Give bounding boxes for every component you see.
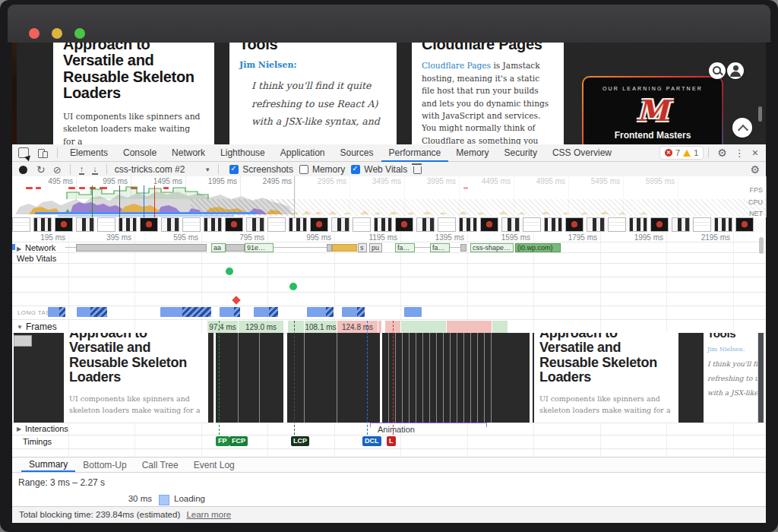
- tab-memory[interactable]: Memory: [448, 144, 496, 162]
- tab-css-overview[interactable]: CSS Overview: [545, 144, 619, 162]
- network-request[interactable]: (i0.wp.com): [515, 243, 561, 252]
- long-task-bar[interactable]: [254, 307, 278, 317]
- console-issues-badge[interactable]: ✕ 7 1: [659, 146, 704, 160]
- lcp-marker[interactable]: LCP: [291, 436, 309, 446]
- filmstrip-thumbnail[interactable]: [161, 217, 179, 232]
- settings-gear-icon[interactable]: ⚙: [717, 147, 727, 158]
- network-request[interactable]: pu: [369, 243, 382, 252]
- network-request-bar[interactable]: [76, 244, 207, 252]
- filmstrip-thumbnail[interactable]: [501, 217, 520, 232]
- network-disclosure-icon[interactable]: ▶: [17, 245, 21, 252]
- network-request[interactable]: s: [358, 243, 367, 252]
- filmstrip-thumbnail[interactable]: [714, 217, 732, 232]
- filmstrip-thumbnail[interactable]: [204, 217, 222, 232]
- long-task-bar[interactable]: [220, 307, 240, 317]
- tab-performance[interactable]: Performance: [381, 144, 449, 162]
- filmstrip-thumbnail[interactable]: [331, 217, 349, 232]
- tab-lighthouse[interactable]: Lighthouse: [213, 144, 273, 162]
- reload-and-record-icon[interactable]: ↻: [36, 164, 46, 175]
- long-task-bar[interactable]: [160, 307, 211, 317]
- filmstrip-thumbnail[interactable]: [182, 217, 201, 232]
- article-card-tools[interactable]: Tools Jim Nielsen: I think you'll find i…: [229, 43, 397, 144]
- network-request-bar[interactable]: [327, 244, 332, 252]
- web-vitals-marker-good[interactable]: [226, 268, 233, 275]
- article-card-skeleton-loaders[interactable]: Approach to Versatile and Reusable Skele…: [53, 43, 214, 144]
- frame-duration[interactable]: 108.1 ms: [304, 321, 337, 333]
- maximize-traffic-light[interactable]: [74, 28, 85, 39]
- long-task-bar[interactable]: [77, 307, 107, 317]
- search-button[interactable]: [709, 62, 726, 79]
- long-task-bar[interactable]: [404, 307, 422, 317]
- memory-checkbox-label[interactable]: Memory: [312, 164, 345, 175]
- frames-disclosure-icon[interactable]: ▼: [17, 324, 23, 331]
- frame-screenshot[interactable]: [382, 333, 530, 423]
- save-profile-icon[interactable]: ↓: [92, 164, 98, 175]
- filmstrip-thumbnail[interactable]: [544, 217, 562, 232]
- screenshots-checkbox-label[interactable]: Screenshots: [242, 164, 293, 175]
- filmstrip-thumbnail[interactable]: [480, 217, 498, 232]
- screenshots-checkbox[interactable]: ✓: [229, 165, 239, 174]
- tab-bottom-up[interactable]: Bottom-Up: [75, 458, 134, 472]
- overview-unselected-region[interactable]: [294, 176, 767, 217]
- filmstrip-thumbnail[interactable]: [565, 217, 584, 232]
- network-request-bar[interactable]: [460, 244, 466, 252]
- kebab-menu-icon[interactable]: ⋮: [735, 148, 745, 158]
- filmstrip-thumbnail[interactable]: [246, 217, 264, 232]
- account-button[interactable]: [727, 62, 744, 79]
- profile-select[interactable]: css-tricks.com #2 ▼: [115, 164, 211, 175]
- tab-console[interactable]: Console: [115, 144, 164, 162]
- frontend-masters-ad[interactable]: OUR LEARNING PARTNER M Frontend Masters: [582, 76, 723, 144]
- web-vitals-track-label[interactable]: Web Vitals: [17, 254, 56, 263]
- filmstrip-thumbnail[interactable]: [289, 217, 307, 232]
- filmstrip-thumbnail[interactable]: [629, 217, 647, 232]
- frame-duration[interactable]: 124.8 ms: [337, 321, 378, 333]
- fcp-marker[interactable]: FCP: [229, 436, 248, 446]
- frame-screenshot[interactable]: [287, 333, 380, 423]
- screenshot-filmstrip[interactable]: [12, 217, 766, 233]
- network-request-bar-yellow[interactable]: [332, 244, 357, 252]
- scroll-to-top-button[interactable]: [732, 118, 752, 138]
- article-author-link[interactable]: Jim Nielsen:: [239, 60, 387, 70]
- page-scrollbar-thumb[interactable]: [758, 106, 762, 122]
- tab-sources[interactable]: Sources: [333, 144, 381, 162]
- network-request[interactable]: fa…: [395, 243, 415, 252]
- tab-security[interactable]: Security: [497, 144, 545, 162]
- web-vitals-checkbox-label[interactable]: Web Vitals: [364, 164, 407, 175]
- filmstrip-thumbnail[interactable]: [438, 217, 456, 232]
- filmstrip-thumbnail[interactable]: [140, 217, 158, 232]
- web-vitals-checkbox[interactable]: ✓: [351, 165, 360, 174]
- article-card-cloudflare[interactable]: Cloudflare Pages Cloudflare Pages is Jam…: [412, 43, 564, 144]
- tab-call-tree[interactable]: Call Tree: [134, 458, 186, 472]
- timings-track-label[interactable]: Timings: [23, 437, 52, 446]
- filmstrip-thumbnail[interactable]: [267, 217, 286, 232]
- network-request[interactable]: fa…: [430, 243, 450, 252]
- record-button[interactable]: [19, 166, 27, 174]
- filmstrip-thumbnail[interactable]: [395, 217, 413, 232]
- interactions-disclosure-icon[interactable]: ▶: [17, 426, 21, 432]
- animation-label[interactable]: Animation: [378, 425, 415, 434]
- clear-recording-icon[interactable]: ⊘: [53, 165, 62, 175]
- frame-screenshot[interactable]: [216, 333, 283, 423]
- load-profile-icon[interactable]: ↑: [79, 164, 85, 175]
- filmstrip-thumbnail[interactable]: [523, 217, 541, 232]
- filmstrip-thumbnail[interactable]: [55, 217, 73, 232]
- capture-settings-gear-icon[interactable]: ⚙: [750, 164, 760, 175]
- filmstrip-thumbnail[interactable]: [416, 217, 435, 232]
- long-task-bar[interactable]: [342, 307, 365, 317]
- tab-elements[interactable]: Elements: [62, 144, 115, 162]
- filmstrip-thumbnail[interactable]: [608, 217, 626, 232]
- cloudflare-pages-link[interactable]: Cloudflare Pages: [422, 61, 491, 70]
- frame-duration[interactable]: 129.0 ms: [238, 321, 283, 333]
- tab-event-log[interactable]: Event Log: [186, 458, 242, 472]
- interactions-track-label[interactable]: Interactions: [25, 424, 68, 433]
- frame-duration[interactable]: 97.4 ms: [207, 321, 238, 333]
- frames-track-label[interactable]: Frames: [26, 321, 57, 332]
- filmstrip-thumbnail[interactable]: [735, 217, 754, 232]
- frame-screenshot[interactable]: Approach to Versatile and Reusable Skele…: [533, 333, 764, 423]
- memory-checkbox[interactable]: [299, 165, 308, 174]
- filmstrip-thumbnail[interactable]: [119, 217, 137, 232]
- tab-application[interactable]: Application: [273, 144, 333, 162]
- filmstrip-thumbnail[interactable]: [693, 217, 711, 232]
- long-task-bar[interactable]: [307, 307, 334, 317]
- filmstrip-thumbnail[interactable]: [459, 217, 477, 232]
